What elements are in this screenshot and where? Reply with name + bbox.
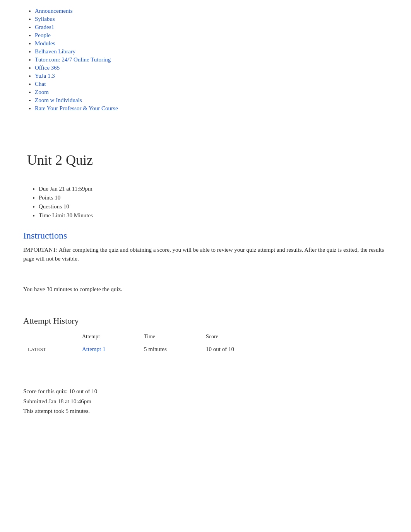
- quiz-meta-list: Due Jan 21 at 11:59pmPoints 10Questions …: [23, 186, 388, 219]
- quiz-meta-item: Points 10: [39, 194, 388, 201]
- time-note: You have 30 minutes to complete the quiz…: [23, 286, 388, 293]
- nav-item: Syllabus: [35, 16, 388, 22]
- nav-item: People: [35, 32, 388, 39]
- nav-item: Rate Your Professor & Your Course: [35, 105, 388, 112]
- nav-link[interactable]: Zoom: [35, 89, 49, 95]
- attempt-score: 10 out of 10: [201, 343, 388, 356]
- nav-link[interactable]: Syllabus: [35, 16, 55, 22]
- attempt-row: LATESTAttempt 15 minutes10 out of 10: [23, 343, 388, 356]
- nav-link[interactable]: Belhaven Library: [35, 48, 75, 55]
- attempt-table-body: LATESTAttempt 15 minutes10 out of 10: [23, 343, 388, 356]
- nav-link[interactable]: Zoom w Individuals: [35, 97, 82, 103]
- nav-link[interactable]: Announcements: [35, 8, 72, 14]
- col-score: Score: [201, 332, 388, 343]
- attempt-link-cell: Attempt 1: [77, 343, 139, 356]
- instructions-text: IMPORTANT: After completing the quiz and…: [23, 246, 388, 263]
- score-line-1: Score for this quiz: 10 out of 10: [23, 387, 388, 397]
- attempt-history-heading: Attempt History: [23, 316, 388, 326]
- nav-link[interactable]: Rate Your Professor & Your Course: [35, 105, 118, 111]
- nav-link[interactable]: People: [35, 32, 51, 38]
- col-attempt: Attempt: [77, 332, 139, 343]
- score-line-2: Submitted Jan 18 at 10:46pm: [23, 397, 388, 407]
- nav-item: Belhaven Library: [35, 48, 388, 55]
- nav-item: Grades1: [35, 24, 388, 31]
- quiz-meta-item: Questions 10: [39, 203, 388, 210]
- attempt-table: Attempt Time Score LATESTAttempt 15 minu…: [23, 332, 388, 356]
- nav-item: Zoom: [35, 89, 388, 95]
- nav-item: Office 365: [35, 65, 388, 71]
- attempt-time: 5 minutes: [139, 343, 201, 356]
- nav-item: YuJa 1.3: [35, 73, 388, 79]
- instructions-heading: Instructions: [23, 230, 388, 241]
- nav-link[interactable]: Tutor.com: 24/7 Online Tutoring: [35, 56, 111, 63]
- nav-item: Chat: [35, 81, 388, 87]
- nav-item: Tutor.com: 24/7 Online Tutoring: [35, 56, 388, 63]
- nav-item: Zoom w Individuals: [35, 97, 388, 104]
- quiz-meta-item: Time Limit 30 Minutes: [39, 212, 388, 219]
- main-content: Unit 2 Quiz Due Jan 21 at 11:59pmPoints …: [0, 144, 411, 432]
- col-label: [23, 332, 77, 343]
- nav-list: AnnouncementsSyllabusGrades1PeopleModule…: [23, 8, 388, 112]
- attempt-table-head: Attempt Time Score: [23, 332, 388, 343]
- col-time: Time: [139, 332, 201, 343]
- nav-link[interactable]: Grades1: [35, 24, 54, 30]
- nav-item: Modules: [35, 40, 388, 47]
- nav-link[interactable]: Chat: [35, 81, 46, 87]
- latest-label: LATEST: [28, 346, 46, 352]
- nav-link[interactable]: YuJa 1.3: [35, 73, 55, 79]
- attempt-label: LATEST: [23, 343, 77, 356]
- attempt-table-header-row: Attempt Time Score: [23, 332, 388, 343]
- score-line-3: This attempt took 5 minutes.: [23, 406, 388, 416]
- quiz-title: Unit 2 Quiz: [23, 152, 388, 168]
- nav-link[interactable]: Office 365: [35, 65, 60, 71]
- navigation-section: AnnouncementsSyllabusGrades1PeopleModule…: [0, 0, 411, 121]
- nav-link[interactable]: Modules: [35, 40, 55, 46]
- nav-item: Announcements: [35, 8, 388, 14]
- quiz-meta-item: Due Jan 21 at 11:59pm: [39, 186, 388, 192]
- score-section: Score for this quiz: 10 out of 10 Submit…: [23, 387, 388, 416]
- attempt-link[interactable]: Attempt 1: [82, 346, 105, 352]
